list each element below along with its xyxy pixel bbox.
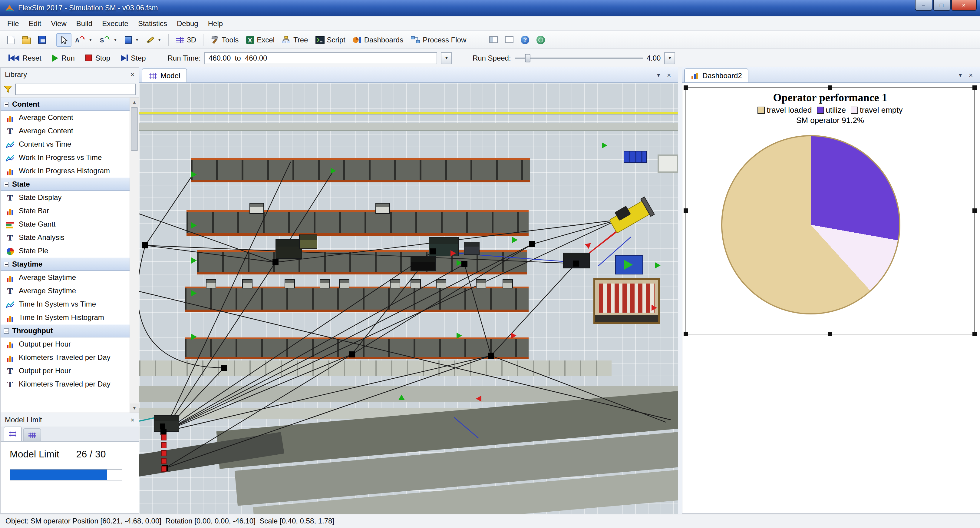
machine[interactable] <box>154 415 179 432</box>
menu-execute[interactable]: Execute <box>97 17 133 29</box>
chevron-down-icon[interactable]: ▼ <box>158 38 162 42</box>
machine[interactable] <box>299 234 317 249</box>
machine[interactable] <box>206 279 216 289</box>
selection-handle[interactable] <box>684 85 688 90</box>
network-node[interactable] <box>272 259 278 265</box>
machine[interactable] <box>242 279 253 289</box>
pie-chart-widget[interactable]: Operator performance 1 travel loadedutil… <box>686 87 975 335</box>
library-group-staytime[interactable]: Staytime <box>1 257 130 271</box>
textured-machine[interactable] <box>593 278 660 324</box>
slider-thumb[interactable] <box>525 54 530 62</box>
library-item[interactable]: Time In System Histogram <box>1 311 130 324</box>
online-button[interactable] <box>533 33 549 46</box>
library-item[interactable]: TState Analysis <box>1 231 130 244</box>
edit-tool[interactable]: ▼ <box>143 35 165 44</box>
collapse-icon[interactable] <box>4 182 9 187</box>
pallet-stack[interactable] <box>161 434 167 440</box>
machine[interactable] <box>320 279 330 289</box>
process-flow-button[interactable]: Process Flow <box>407 33 470 46</box>
connect-objects-tool[interactable]: A ▼ <box>72 33 96 46</box>
connect-center-ports-tool[interactable]: S ▼ <box>96 33 121 46</box>
model-3d-view[interactable] <box>139 83 678 514</box>
processor-object[interactable] <box>615 255 643 274</box>
network-node[interactable] <box>142 242 148 249</box>
tab-close-icon[interactable]: × <box>969 72 973 79</box>
menu-edit[interactable]: Edit <box>24 17 46 29</box>
library-item[interactable]: TState Display <box>1 191 130 204</box>
library-item[interactable]: State Bar <box>1 204 130 217</box>
network-node[interactable] <box>529 241 535 247</box>
help-button[interactable]: ? <box>517 33 533 46</box>
run-button[interactable]: Run <box>49 52 78 64</box>
library-item[interactable]: TKilometers Traveled per Day <box>1 378 130 391</box>
selection-handle[interactable] <box>972 332 977 336</box>
network-node[interactable] <box>221 365 227 371</box>
minimize-button[interactable]: − <box>915 0 932 11</box>
new-window-button[interactable] <box>501 34 517 45</box>
library-group-state[interactable]: State <box>1 177 130 191</box>
library-item[interactable]: State Pie <box>1 244 130 257</box>
machine[interactable] <box>410 279 421 289</box>
network-node[interactable] <box>488 353 494 359</box>
library-item[interactable]: Average Staytime <box>1 271 130 284</box>
model-limit-tab-2[interactable] <box>23 428 41 441</box>
library-item[interactable]: Content vs Time <box>1 137 130 151</box>
save-button[interactable] <box>35 33 50 46</box>
library-item[interactable]: Output per Hour <box>1 337 130 351</box>
menu-help[interactable]: Help <box>203 17 228 29</box>
chevron-down-icon[interactable]: ▼ <box>135 38 139 42</box>
library-item[interactable]: TAverage Content <box>1 124 130 137</box>
machine[interactable] <box>410 256 436 271</box>
machine[interactable] <box>390 279 400 289</box>
selection-handle[interactable] <box>972 208 977 213</box>
workspace-layout-button[interactable] <box>485 34 501 45</box>
select-tool-button[interactable] <box>56 33 72 46</box>
tab-dashboard2[interactable]: Dashboard2 <box>684 69 749 82</box>
collapse-icon[interactable] <box>4 102 9 107</box>
color-tool[interactable]: ▼ <box>121 33 143 46</box>
tab-model[interactable]: Model <box>142 69 187 82</box>
library-close-button[interactable]: × <box>130 71 134 78</box>
filter-funnel-icon[interactable] <box>4 85 12 93</box>
model-limit-tab-1[interactable] <box>4 426 22 441</box>
chevron-down-icon[interactable]: ▼ <box>88 38 93 42</box>
step-button[interactable]: Step <box>118 52 149 64</box>
menu-statistics[interactable]: Statistics <box>133 17 172 29</box>
run-speed-dropdown[interactable]: ▼ <box>664 52 675 64</box>
machine[interactable] <box>275 239 302 259</box>
machine[interactable] <box>476 279 486 289</box>
network-node[interactable] <box>160 423 165 429</box>
tools-button[interactable]: Tools <box>207 33 242 46</box>
machine[interactable] <box>250 203 264 214</box>
menu-file[interactable]: File <box>2 17 24 29</box>
selection-handle[interactable] <box>972 85 977 90</box>
library-item[interactable]: TOutput per Hour <box>1 364 130 378</box>
machine[interactable] <box>339 279 349 289</box>
open-button[interactable] <box>18 33 35 46</box>
tab-list-dropdown-icon[interactable]: ▼ <box>656 72 661 78</box>
network-node[interactable] <box>349 351 355 357</box>
maximize-button[interactable]: □ <box>933 0 950 11</box>
library-item[interactable]: Average Content <box>1 111 130 124</box>
machine[interactable] <box>375 203 390 214</box>
tab-list-dropdown-icon[interactable]: ▼ <box>958 72 963 78</box>
machine[interactable] <box>285 279 295 289</box>
dashboard-canvas[interactable]: Operator performance 1 travel loadedutil… <box>682 83 980 514</box>
pallet-stack[interactable] <box>161 458 167 464</box>
scrollbar-thumb[interactable] <box>131 107 138 151</box>
network-node[interactable] <box>461 261 468 267</box>
close-button[interactable]: × <box>951 0 976 11</box>
container-object[interactable] <box>624 151 647 163</box>
dashboards-button[interactable]: Dashboards <box>349 33 407 46</box>
library-item[interactable]: Kilometers Traveled per Day <box>1 351 130 364</box>
library-item[interactable]: Work In Progress vs Time <box>1 151 130 164</box>
library-item[interactable]: TAverage Staytime <box>1 284 130 297</box>
excel-button[interactable]: X Excel <box>242 33 278 46</box>
scroll-up-icon[interactable]: ▲ <box>130 97 138 107</box>
model-limit-close-button[interactable]: × <box>130 416 134 423</box>
titlebar[interactable]: FlexSim 2017 - Simulation SM - v03.06.fs… <box>0 0 980 16</box>
collapse-icon[interactable] <box>4 262 9 267</box>
run-time-input[interactable]: 460.00 to 460.00 <box>204 52 438 64</box>
collapse-icon[interactable] <box>4 328 9 333</box>
run-time-dropdown[interactable]: ▼ <box>441 52 452 64</box>
